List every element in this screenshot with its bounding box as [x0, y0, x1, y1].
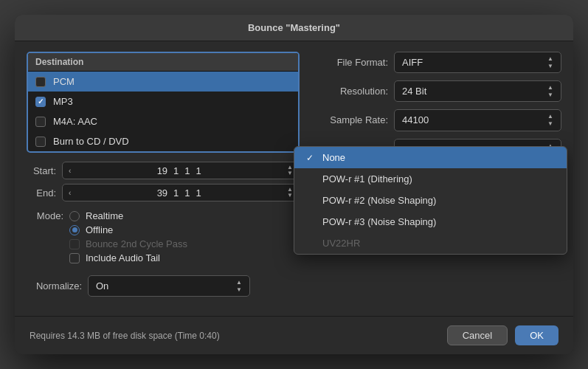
disk-space-info: Requires 14.3 MB of free disk space (Tim… — [30, 331, 220, 341]
file-format-select[interactable]: AIFF ▲ ▼ — [394, 52, 561, 73]
powr3-label: POW-r #3 (Noise Shaping) — [322, 216, 436, 227]
pcm-checkbox[interactable] — [35, 77, 46, 87]
start-values: 19 1 1 1 — [74, 165, 284, 176]
dithering-option-powr1[interactable]: POW-r #1 (Dithering) — [294, 168, 567, 190]
sample-rate-arrows[interactable]: ▲ ▼ — [547, 113, 553, 127]
pcm-label: PCM — [53, 76, 75, 87]
audiotail-checkbox[interactable] — [69, 253, 80, 263]
bounce2nd-label: Bounce 2nd Cycle Pass — [86, 238, 187, 249]
destination-table: Destination PCM MP3 M4A: AAC Burn to CD … — [27, 52, 300, 153]
dialog-title: Bounce "Mastering" — [248, 22, 340, 33]
file-format-value: AIFF — [402, 57, 423, 68]
normalize-row: Normalize: On ▲ ▼ — [27, 275, 300, 297]
dithering-dropdown[interactable]: ✓ None POW-r #1 (Dithering) POW-r #2 (No… — [294, 146, 567, 255]
resolution-value: 24 Bit — [402, 86, 426, 97]
mode-offline-row: Offline — [27, 224, 300, 235]
start-chevron-left[interactable]: ‹ — [69, 167, 71, 175]
end-controls[interactable]: ‹ 39 1 1 1 ▲ ▼ — [62, 184, 300, 201]
start-v2: 1 — [173, 165, 179, 176]
right-panel: File Format: AIFF ▲ ▼ Resolution: 24 Bit… — [300, 52, 561, 306]
destination-row-mp3[interactable]: MP3 — [28, 92, 298, 111]
bounce-dialog: Bounce "Mastering" Destination PCM MP3 M… — [15, 15, 573, 354]
resolution-row: Resolution: 24 Bit ▲ ▼ — [314, 80, 561, 102]
dithering-option-none[interactable]: ✓ None — [294, 147, 567, 168]
file-format-row: File Format: AIFF ▲ ▼ — [314, 52, 561, 73]
powr2-label: POW-r #2 (Noise Shaping) — [322, 195, 436, 206]
left-panel: Destination PCM MP3 M4A: AAC Burn to CD … — [27, 52, 300, 306]
destination-header: Destination — [28, 53, 298, 72]
offline-label: Offline — [86, 224, 113, 235]
start-v4: 1 — [196, 165, 201, 176]
cd-checkbox[interactable] — [35, 137, 46, 147]
resolution-select[interactable]: 24 Bit ▲ ▼ — [394, 80, 561, 102]
offline-radio[interactable] — [69, 225, 80, 235]
end-row: End: ‹ 39 1 1 1 ▲ ▼ — [27, 184, 300, 201]
mode-realtime-row: Mode: Realtime — [27, 210, 300, 221]
footer-buttons: Cancel OK — [447, 325, 558, 345]
file-format-arrows[interactable]: ▲ ▼ — [547, 55, 553, 69]
end-chevron-left[interactable]: ‹ — [69, 189, 71, 197]
bounce2nd-checkbox — [69, 239, 80, 249]
start-v1: 19 — [157, 165, 167, 176]
start-label: Start: — [27, 165, 56, 176]
start-v3: 1 — [184, 165, 190, 176]
sample-rate-value: 44100 — [402, 114, 429, 125]
end-down-arrow[interactable]: ▼ — [287, 193, 293, 199]
normalize-label: Normalize: — [27, 280, 82, 292]
ok-button[interactable]: OK — [515, 325, 558, 345]
cancel-button[interactable]: Cancel — [447, 325, 508, 345]
audiotail-label: Include Audio Tail — [86, 252, 160, 263]
start-controls[interactable]: ‹ 19 1 1 1 ▲ ▼ — [62, 162, 300, 179]
mode-section: Mode: Realtime Offline Bounce 2nd Cycle … — [27, 210, 300, 263]
realtime-label: Realtime — [86, 210, 123, 221]
dithering-option-powr2[interactable]: POW-r #2 (Noise Shaping) — [294, 190, 567, 211]
normalize-value: On — [96, 280, 108, 292]
time-section: Start: ‹ 19 1 1 1 ▲ ▼ — [27, 162, 300, 201]
mode-label: Mode: — [27, 210, 63, 221]
file-format-label: File Format: — [314, 57, 388, 68]
cd-label: Burn to CD / DVD — [53, 136, 129, 147]
realtime-radio[interactable] — [69, 211, 80, 221]
start-updown[interactable]: ▲ ▼ — [287, 165, 293, 176]
sample-rate-label: Sample Rate: — [314, 114, 388, 125]
mp3-checkbox[interactable] — [35, 97, 46, 107]
end-updown[interactable]: ▲ ▼ — [287, 187, 293, 199]
normalize-arrows[interactable]: ▲ ▼ — [236, 279, 242, 293]
m4a-label: M4A: AAC — [53, 116, 97, 127]
title-bar: Bounce "Mastering" — [15, 15, 573, 41]
normalize-select[interactable]: On ▲ ▼ — [88, 275, 250, 297]
audiotail-row: Include Audio Tail — [69, 252, 300, 263]
end-values: 39 1 1 1 — [74, 187, 284, 199]
end-v3: 1 — [184, 187, 190, 199]
powr1-label: POW-r #1 (Dithering) — [322, 173, 412, 184]
sample-rate-row: Sample Rate: 44100 ▲ ▼ — [314, 109, 561, 131]
bounce2nd-row: Bounce 2nd Cycle Pass — [69, 238, 300, 249]
destination-row-cd[interactable]: Burn to CD / DVD — [28, 131, 298, 151]
destination-row-m4a[interactable]: M4A: AAC — [28, 111, 298, 131]
end-v4: 1 — [196, 187, 201, 199]
m4a-checkbox[interactable] — [35, 117, 46, 127]
start-down-arrow[interactable]: ▼ — [287, 170, 293, 176]
end-v1: 39 — [157, 187, 167, 199]
mp3-label: MP3 — [53, 96, 73, 107]
destination-row-pcm[interactable]: PCM — [28, 72, 298, 92]
footer: Requires 14.3 MB of free disk space (Tim… — [15, 316, 573, 354]
dithering-option-uv22hr: UV22HR — [294, 232, 567, 254]
none-checkmark: ✓ — [306, 153, 317, 163]
end-label: End: — [27, 187, 56, 199]
uv22hr-label: UV22HR — [322, 238, 360, 249]
resolution-arrows[interactable]: ▲ ▼ — [547, 84, 553, 98]
none-label: None — [322, 152, 345, 163]
dithering-option-powr3[interactable]: POW-r #3 (Noise Shaping) — [294, 211, 567, 232]
start-row: Start: ‹ 19 1 1 1 ▲ ▼ — [27, 162, 300, 179]
sample-rate-select[interactable]: 44100 ▲ ▼ — [394, 109, 561, 131]
end-v2: 1 — [173, 187, 179, 199]
resolution-label: Resolution: — [314, 86, 388, 97]
content-area: Destination PCM MP3 M4A: AAC Burn to CD … — [15, 41, 573, 316]
